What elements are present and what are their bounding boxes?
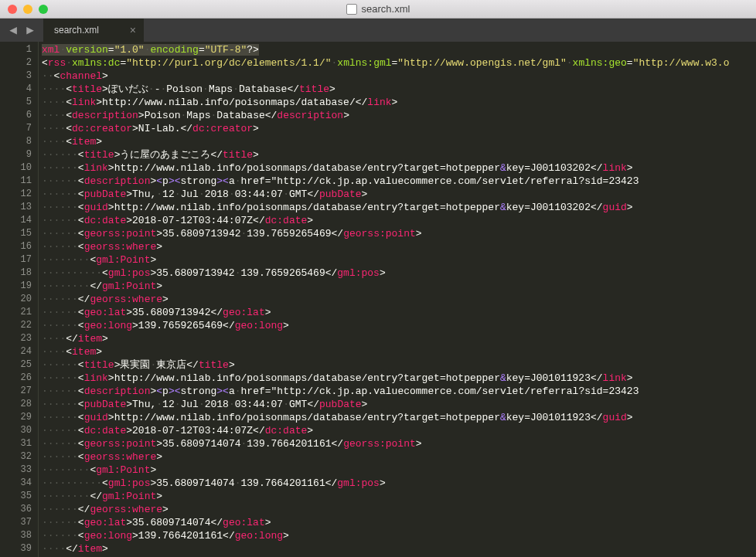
code-line[interactable]: ····<title>ぽいだぶ·-·Poison·Maps·Database</…	[39, 83, 756, 96]
code-line[interactable]: ····<item>	[39, 345, 756, 358]
code-area[interactable]: xml·version="1.0"·encoding="UTF-8"?><rss…	[39, 42, 756, 557]
code-line[interactable]: xml·version="1.0"·encoding="UTF-8"?>	[39, 43, 756, 56]
tab-label: search.xml	[54, 25, 99, 36]
editor[interactable]: 1234567891011121314151617181920212223242…	[0, 42, 756, 557]
code-line[interactable]: ········</gml:Point>	[39, 490, 756, 503]
code-line[interactable]: ······<description><p><strong><a·href="h…	[39, 175, 756, 188]
code-line[interactable]: ······<pubDate>Thu,·12·Jul·2018·03:44:07…	[39, 188, 756, 201]
nav-arrows: ◀ ▶	[0, 22, 43, 39]
code-line[interactable]: ······<title>果実園·東京店</title>	[39, 358, 756, 372]
line-number-gutter: 1234567891011121314151617181920212223242…	[0, 42, 39, 557]
code-line[interactable]: ····<description>Poison·Maps·Database</d…	[39, 109, 756, 122]
code-line[interactable]: ····</item>	[39, 332, 756, 345]
code-line[interactable]: ······<georss:point>35.6809714074·139.76…	[39, 437, 756, 450]
zoom-window-button[interactable]	[39, 5, 48, 14]
code-line[interactable]: ··········<gml:pos>35.6809713942·139.765…	[39, 267, 756, 280]
minimize-window-button[interactable]	[23, 5, 32, 14]
tab-close-button[interactable]: ×	[130, 24, 136, 36]
code-line[interactable]: ······<pubDate>Thu,·12·Jul·2018·03:44:07…	[39, 398, 756, 411]
code-line[interactable]: ········</gml:Point>	[39, 280, 756, 293]
code-line[interactable]: ······</georss:where>	[39, 293, 756, 306]
tab-bar: ◀ ▶ search.xml ×	[0, 19, 756, 42]
code-line[interactable]: ····<link>http://www.nilab.info/poisonma…	[39, 96, 756, 109]
window-titlebar: search.xml	[0, 0, 756, 19]
code-line[interactable]: ······<description><p><strong><a·href="h…	[39, 385, 756, 398]
code-line[interactable]: ····<item>	[39, 135, 756, 148]
code-line[interactable]: ········<gml:Point>	[39, 464, 756, 477]
window-title: search.xml	[0, 3, 756, 15]
code-line[interactable]: ······<georss:where>	[39, 240, 756, 253]
code-line[interactable]: ····</item>	[39, 542, 756, 555]
code-line[interactable]: ····<dc:creator>NI-Lab.</dc:creator>	[39, 122, 756, 135]
code-line[interactable]: ······<geo:long>139.7659265469</geo:long…	[39, 319, 756, 332]
close-window-button[interactable]	[8, 5, 17, 14]
code-line[interactable]: ······<dc:date>2018-07-12T03:44:07Z</dc:…	[39, 424, 756, 437]
tab-search-xml[interactable]: search.xml ×	[43, 19, 144, 42]
code-line[interactable]: ······<georss:point>35.6809713942·139.76…	[39, 227, 756, 240]
code-line[interactable]: ······<link>http://www.nilab.info/poison…	[39, 372, 756, 385]
code-line[interactable]: ······<guid>http://www.nilab.info/poison…	[39, 201, 756, 214]
code-line[interactable]: ······<geo:lat>35.6809713942</geo:lat>	[39, 306, 756, 319]
code-line[interactable]: ······<link>http://www.nilab.info/poison…	[39, 161, 756, 175]
code-line[interactable]: ········<gml:Point>	[39, 253, 756, 267]
traffic-lights	[0, 5, 48, 14]
window-title-text: search.xml	[362, 3, 410, 15]
code-line[interactable]: <rss·xmlns:dc="http://purl.org/dc/elemen…	[39, 56, 756, 70]
code-line[interactable]: ··········<gml:pos>35.6809714074·139.766…	[39, 477, 756, 490]
code-line[interactable]: ······<dc:date>2018-07-12T03:44:07Z</dc:…	[39, 214, 756, 227]
code-line[interactable]: ······<georss:where>	[39, 450, 756, 464]
code-line[interactable]: ··<channel>	[39, 70, 756, 83]
file-icon	[346, 4, 357, 15]
code-line[interactable]: ······<title>うに屋のあまごころ</title>	[39, 148, 756, 161]
code-line[interactable]: ······</georss:where>	[39, 503, 756, 516]
nav-forward-button[interactable]: ▶	[22, 22, 39, 39]
code-line[interactable]: ······<geo:lat>35.6809714074</geo:lat>	[39, 516, 756, 529]
code-line[interactable]: ······<geo:long>139.7664201161</geo:long…	[39, 529, 756, 542]
nav-back-button[interactable]: ◀	[5, 22, 22, 39]
tabs: search.xml ×	[43, 19, 144, 42]
code-line[interactable]: ······<guid>http://www.nilab.info/poison…	[39, 411, 756, 424]
